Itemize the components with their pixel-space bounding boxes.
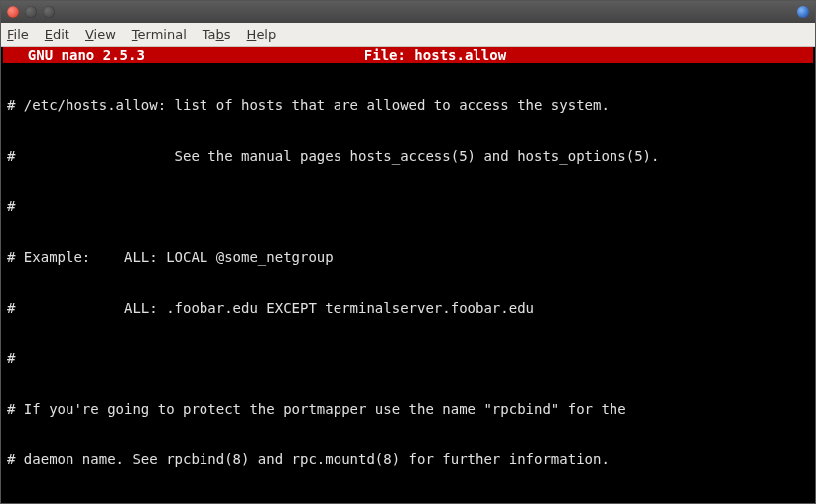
menu-terminal[interactable]: Terminal: [132, 27, 187, 42]
content-line: # See the manual pages hosts_access(5) a…: [7, 148, 809, 165]
window-titlebar: [1, 1, 815, 23]
content-line: # Example: ALL: LOCAL @some_netgroup: [7, 249, 809, 266]
menu-edit-rest: dit: [53, 27, 69, 42]
content-line: # /etc/hosts.allow: list of hosts that a…: [7, 97, 809, 114]
menu-file-rest: ile: [14, 27, 29, 42]
menu-file[interactable]: File: [7, 27, 29, 42]
content-line: # daemon name. See rpcbind(8) and rpc.mo…: [7, 451, 809, 468]
content-line: # If you're going to protect the portmap…: [7, 401, 809, 418]
content-line: #: [7, 350, 809, 367]
maximize-icon[interactable]: [43, 6, 55, 18]
nano-header: GNU nano 2.5.3 File: hosts.allow: [3, 47, 813, 63]
menu-help-rest: elp: [256, 27, 276, 42]
content-line: #: [7, 198, 809, 215]
nano-filename: File: hosts.allow: [145, 47, 726, 63]
terminal[interactable]: GNU nano 2.5.3 File: hosts.allow # /etc/…: [1, 47, 815, 503]
menu-view-rest: iew: [94, 27, 116, 42]
menu-view[interactable]: View: [85, 27, 116, 42]
menu-help[interactable]: Help: [247, 27, 277, 42]
editor-content[interactable]: # /etc/hosts.allow: list of hosts that a…: [3, 63, 813, 503]
content-line: # ALL: .foobar.edu EXCEPT terminalserver…: [7, 300, 809, 316]
assist-orb-icon: [797, 6, 809, 18]
nano-header-right: [726, 47, 805, 63]
menu-tabs[interactable]: Tabs: [203, 27, 231, 42]
close-icon[interactable]: [7, 6, 19, 18]
nano-version: GNU nano 2.5.3: [11, 47, 145, 63]
menu-tabs-rest: s: [224, 27, 231, 42]
menubar: File Edit View Terminal Tabs Help: [1, 23, 815, 47]
minimize-icon[interactable]: [25, 6, 37, 18]
menu-tabs-pre: Ta: [203, 27, 216, 42]
content-line: #: [7, 502, 809, 503]
menu-edit[interactable]: Edit: [45, 27, 69, 42]
menu-terminal-rest: erminal: [138, 27, 187, 42]
